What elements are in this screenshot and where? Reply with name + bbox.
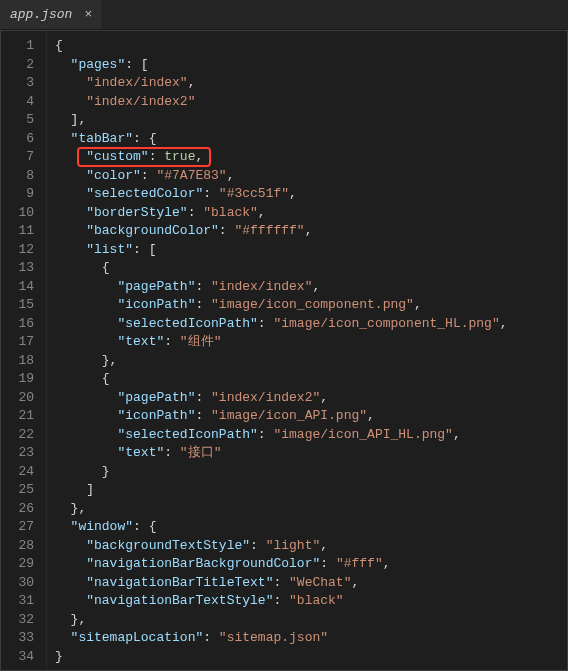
token: : { [133,131,156,146]
token: ] [86,482,94,497]
line-number: 6 [1,130,34,149]
code-line[interactable]: "text": "组件" [55,333,567,352]
code-line[interactable]: }, [55,611,567,630]
code-line[interactable]: "pagePath": "index/index", [55,278,567,297]
token: "index/index" [211,279,312,294]
token: : [203,630,219,645]
token: : [195,390,211,405]
token: } [55,649,63,664]
code-line[interactable]: "borderStyle": "black", [55,204,567,223]
line-number: 13 [1,259,34,278]
token: "selectedIconPath" [117,427,257,442]
line-number: 11 [1,222,34,241]
code-line[interactable]: { [55,37,567,56]
code-line[interactable]: "selectedIconPath": "image/icon_API_HL.p… [55,426,567,445]
token: : [273,575,289,590]
code-line[interactable]: "pages": [ [55,56,567,75]
token: "image/icon_API.png" [211,408,367,423]
code-line[interactable]: } [55,463,567,482]
code-line[interactable]: }, [55,352,567,371]
line-number: 5 [1,111,34,130]
token: "backgroundTextStyle" [86,538,250,553]
line-number: 29 [1,555,34,574]
code-line[interactable]: "text": "接口" [55,444,567,463]
editor[interactable]: 1234567891011121314151617181920212223242… [0,30,568,671]
code-line[interactable]: "selectedColor": "#3cc51f", [55,185,567,204]
token: "selectedIconPath" [117,316,257,331]
code-line[interactable]: "selectedIconPath": "image/icon_componen… [55,315,567,334]
token: : [250,538,266,553]
code-line[interactable]: "navigationBarTextStyle": "black" [55,592,567,611]
token: "pages" [71,57,126,72]
token: "组件" [180,334,222,349]
token: : [273,593,289,608]
code-line[interactable]: { [55,259,567,278]
token: "iconPath" [117,408,195,423]
line-number: 18 [1,352,34,371]
token: { [102,371,110,386]
line-number: 25 [1,481,34,500]
token: "#7A7E83" [156,168,226,183]
token: } [102,464,110,479]
token: { [55,38,63,53]
token: "image/icon_component.png" [211,297,414,312]
token: "pagePath" [117,279,195,294]
token: "接口" [180,445,222,460]
code-line[interactable]: "list": [ [55,241,567,260]
code-area[interactable]: { "pages": [ "index/index", "index/index… [47,31,567,670]
code-line[interactable]: "pagePath": "index/index2", [55,389,567,408]
token: : [219,223,235,238]
code-line[interactable]: "iconPath": "image/icon_component.png", [55,296,567,315]
token: "iconPath" [117,297,195,312]
code-line[interactable]: "backgroundColor": "#ffffff", [55,222,567,241]
token: : [258,427,274,442]
line-number: 27 [1,518,34,537]
token: "list" [86,242,133,257]
token: : { [133,519,156,534]
code-line[interactable]: ] [55,481,567,500]
line-number: 15 [1,296,34,315]
code-line[interactable]: "backgroundTextStyle": "light", [55,537,567,556]
code-line[interactable]: "color": "#7A7E83", [55,167,567,186]
code-line[interactable]: }, [55,500,567,519]
line-number: 14 [1,278,34,297]
code-line[interactable]: "tabBar": { [55,130,567,149]
code-line[interactable]: "iconPath": "image/icon_API.png", [55,407,567,426]
token: , [414,297,422,312]
token: "backgroundColor" [86,223,219,238]
line-number-gutter: 1234567891011121314151617181920212223242… [1,31,47,670]
code-line[interactable]: "index/index", [55,74,567,93]
token: "black" [289,593,344,608]
token: , [383,556,391,571]
token: , [320,538,328,553]
line-number: 9 [1,185,34,204]
line-number: 21 [1,407,34,426]
file-tab[interactable]: app.json × [0,0,103,29]
code-line[interactable]: ], [55,111,567,130]
line-number: 1 [1,37,34,56]
code-line[interactable]: "navigationBarTitleText": "WeChat", [55,574,567,593]
token: "tabBar" [71,131,133,146]
line-number: 8 [1,167,34,186]
line-number: 28 [1,537,34,556]
token: "text" [117,334,164,349]
token: , [500,316,508,331]
token: "color" [86,168,141,183]
token: "navigationBarTitleText" [86,575,273,590]
close-icon[interactable]: × [84,7,92,22]
token: : [141,168,157,183]
line-number: 33 [1,629,34,648]
code-line[interactable]: "sitemapLocation": "sitemap.json" [55,629,567,648]
code-line[interactable]: "navigationBarBackgroundColor": "#fff", [55,555,567,574]
token: "#fff" [336,556,383,571]
code-line[interactable]: "index/index2" [55,93,567,112]
code-line[interactable]: { [55,370,567,389]
token: "image/icon_component_HL.png" [273,316,499,331]
token: : [203,186,219,201]
token: "sitemapLocation" [71,630,204,645]
line-number: 17 [1,333,34,352]
code-line[interactable]: "custom": true, [55,148,567,167]
line-number: 12 [1,241,34,260]
code-line[interactable]: "window": { [55,518,567,537]
code-line[interactable]: } [55,648,567,667]
